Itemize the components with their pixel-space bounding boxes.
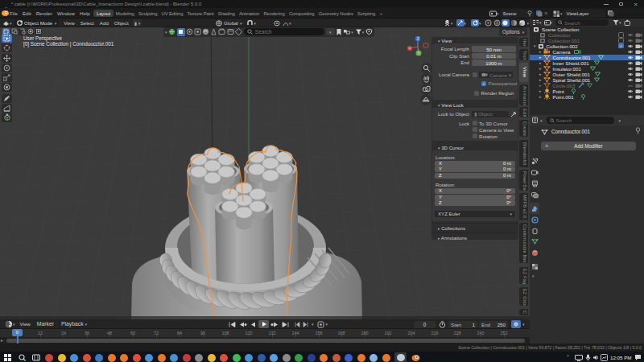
svg-text:Y: Y: [417, 51, 419, 56]
svg-text:Z: Z: [417, 37, 419, 41]
